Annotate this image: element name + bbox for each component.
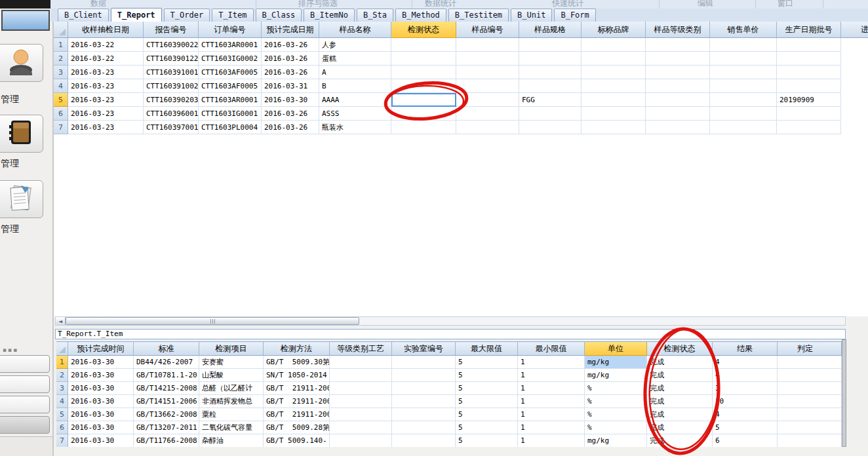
tab-B_Testitem[interactable]: B_Testitem [448, 9, 509, 22]
cell[interactable]: 2016-03-26 [262, 52, 319, 66]
cell[interactable]: GB/T 5009.140- [264, 434, 330, 447]
cell[interactable]: CTT1603AR0001 [199, 38, 262, 52]
cell[interactable] [519, 52, 582, 66]
cell[interactable]: 1 [518, 421, 585, 434]
sidebar-item-label[interactable]: 管理 [1, 94, 40, 105]
cell[interactable]: 2016-03-23 [68, 93, 144, 107]
sidebar-collapsed-bar-active[interactable] [0, 416, 50, 434]
cell[interactable] [392, 356, 456, 369]
cell[interactable]: 杂醇油 [199, 434, 264, 447]
cell[interactable]: CTT1603AR0001 [199, 93, 262, 107]
cell[interactable]: CTT1603PL0004 [199, 121, 262, 134]
row-header[interactable]: 4 [56, 395, 68, 408]
sidebar-button-report-manage[interactable] [0, 180, 43, 218]
cell[interactable]: 2016-03-30 [68, 408, 134, 421]
tab-B_ItemNo[interactable]: B_ItemNo [304, 9, 355, 22]
cell[interactable]: A [319, 66, 391, 79]
tab-B_Class[interactable]: B_Class [256, 9, 302, 22]
column-header[interactable]: 样品编号 [456, 22, 519, 38]
row-header[interactable]: 6 [56, 421, 68, 434]
cell[interactable]: GB/T11766-2008 [134, 434, 199, 447]
horizontal-scrollbar[interactable]: ◄ [55, 316, 846, 326]
cell[interactable] [392, 382, 456, 395]
cell[interactable] [710, 93, 777, 107]
cell[interactable]: 3 [713, 382, 778, 395]
column-header[interactable]: 单位 [585, 342, 647, 356]
cell[interactable] [777, 121, 841, 134]
cell[interactable] [456, 107, 519, 121]
cell[interactable]: 二氧化碳气容量 [199, 421, 264, 434]
tab-T_Report[interactable]: T_Report [111, 8, 162, 22]
cell[interactable]: GB/T 5009.28第 [264, 421, 330, 434]
cell[interactable]: 2016-03-30 [68, 356, 134, 369]
column-header[interactable]: 检测状态 [391, 22, 456, 38]
row-header[interactable]: 2 [56, 369, 68, 382]
cell[interactable]: DB44/426-2007 [134, 356, 199, 369]
column-header[interactable]: 判定 [778, 342, 842, 356]
cell[interactable]: GB/T14151-2006 [134, 395, 199, 408]
column-header[interactable]: 报告编号 [144, 22, 199, 38]
select-all-corner[interactable] [54, 22, 68, 38]
cell[interactable] [710, 38, 777, 52]
cell[interactable] [710, 121, 777, 134]
cell[interactable] [646, 52, 710, 66]
cell[interactable] [778, 356, 842, 369]
cell[interactable]: 完成 [647, 369, 713, 382]
tab-B_Method[interactable]: B_Method [395, 9, 446, 22]
cell[interactable] [456, 93, 519, 107]
cell[interactable] [391, 79, 456, 93]
cell[interactable] [646, 38, 710, 52]
cell[interactable] [582, 38, 646, 52]
cell[interactable]: GB/T13207-2011 [134, 421, 199, 434]
cell[interactable] [330, 356, 392, 369]
cell[interactable]: 2016-03-26 [262, 121, 319, 134]
column-header[interactable]: 最小限值 [518, 342, 585, 356]
column-header[interactable]: 标称品牌 [582, 22, 646, 38]
column-header[interactable]: 等级类别工艺 [330, 342, 392, 356]
cell[interactable]: 20190909 [777, 93, 841, 107]
cell[interactable]: 2016-03-23 [68, 107, 144, 121]
cell[interactable]: 5 [713, 421, 778, 434]
cell[interactable] [778, 421, 842, 434]
row-header[interactable]: 7 [56, 434, 68, 447]
sidebar-collapsed-bar[interactable] [0, 396, 50, 413]
cell[interactable]: 1 [518, 369, 585, 382]
cell[interactable] [582, 66, 646, 79]
column-header[interactable]: 销售单价 [710, 22, 777, 38]
cell[interactable] [391, 107, 456, 121]
cell[interactable] [391, 121, 456, 134]
cell[interactable]: CTT160396001 [144, 107, 199, 121]
sidebar-splitter-dots[interactable]: ▪▪▪ [3, 347, 18, 353]
column-header[interactable]: 预计完成日期 [262, 22, 319, 38]
cell[interactable]: 2016-03-22 [68, 52, 144, 66]
cell[interactable] [777, 79, 841, 93]
cell[interactable] [582, 121, 646, 134]
cell[interactable]: 完成 [647, 382, 713, 395]
cell[interactable]: 完成 [647, 408, 713, 421]
cell[interactable]: 4 [713, 408, 778, 421]
cell[interactable]: 5 [456, 356, 518, 369]
cell[interactable] [391, 38, 456, 52]
cell[interactable]: 1 [518, 382, 585, 395]
cell[interactable] [392, 395, 456, 408]
cell[interactable]: GB/T 21911-200 [264, 395, 330, 408]
sidebar-item-label[interactable]: 管理 [1, 223, 40, 235]
cell[interactable]: CTT1603IG0002 [199, 52, 262, 66]
column-header[interactable]: 实验室编号 [392, 342, 456, 356]
column-header[interactable]: 进 [841, 22, 868, 38]
column-header[interactable]: 最大限值 [456, 342, 518, 356]
cell[interactable] [519, 121, 582, 134]
column-header[interactable]: 收样抽检日期 [68, 22, 144, 38]
cell[interactable] [646, 121, 710, 134]
cell[interactable]: 5 [456, 421, 518, 434]
column-header[interactable]: 样品等级类别 [646, 22, 710, 38]
cell[interactable]: 2016-03-26 [262, 38, 319, 52]
cell[interactable] [777, 38, 841, 52]
cell[interactable]: 2016-03-31 [262, 79, 319, 93]
cell[interactable] [330, 434, 392, 447]
cell[interactable]: 2016-03-30 [68, 382, 134, 395]
cell[interactable]: GB/T13662-2008 [134, 408, 199, 421]
cell[interactable]: CTT160390203 [144, 93, 199, 107]
cell[interactable]: CTT160397001 [144, 121, 199, 134]
column-header[interactable]: 生产日期批号 [777, 22, 841, 38]
